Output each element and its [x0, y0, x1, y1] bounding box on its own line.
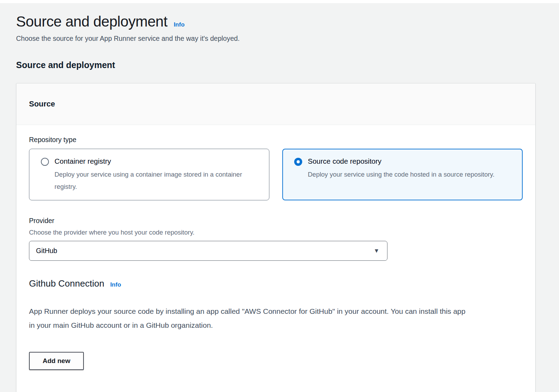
tile-source-code-repository[interactable]: Source code repository Deploy your servi…	[282, 149, 523, 200]
provider-field: Provider Choose the provider where you h…	[29, 216, 523, 261]
tile-title-container-registry: Container registry	[55, 156, 250, 166]
page-header: Source and deployment Info	[16, 3, 536, 30]
provider-select-value: GitHub	[36, 247, 57, 255]
caret-down-icon: ▼	[373, 248, 379, 254]
add-new-button[interactable]: Add new	[29, 352, 84, 370]
page-title: Source and deployment	[16, 13, 167, 30]
tile-text: Source code repository Deploy your servi…	[308, 156, 494, 180]
github-connection-header: Github Connection Info	[29, 278, 523, 289]
provider-select[interactable]: GitHub ▼	[29, 241, 387, 261]
github-connection-info-link[interactable]: Info	[110, 281, 121, 288]
repository-type-label: Repository type	[29, 135, 523, 144]
tile-description-container-registry: Deploy your service using a container im…	[55, 168, 250, 193]
top-strip	[0, 0, 559, 3]
provider-label: Provider	[29, 216, 523, 225]
source-card-body: Repository type Container registry Deplo…	[16, 125, 535, 392]
section-heading: Source and deployment	[16, 60, 536, 70]
tile-title-source-code-repository: Source code repository	[308, 156, 494, 166]
tile-container-registry[interactable]: Container registry Deploy your service u…	[29, 149, 269, 200]
main-content: Source and deployment Info Choose the so…	[0, 3, 559, 392]
source-card: Source Repository type Container registr…	[16, 83, 536, 392]
tile-description-source-code-repository: Deploy your service using the code hoste…	[308, 168, 494, 180]
github-connection-heading: Github Connection	[29, 278, 104, 289]
repository-type-tiles: Container registry Deploy your service u…	[29, 149, 523, 200]
radio-selected-icon[interactable]	[294, 158, 302, 166]
radio-unselected-icon[interactable]	[41, 158, 49, 166]
tile-text: Container registry Deploy your service u…	[55, 156, 250, 193]
github-connection-paragraph: App Runner deploys your source code by i…	[29, 304, 473, 332]
source-card-title: Source	[29, 99, 523, 109]
provider-description: Choose the provider where you host your …	[29, 228, 523, 237]
page-subtitle: Choose the source for your App Runner se…	[16, 35, 536, 43]
page-title-info-link[interactable]: Info	[174, 21, 184, 28]
source-card-header: Source	[16, 83, 535, 125]
